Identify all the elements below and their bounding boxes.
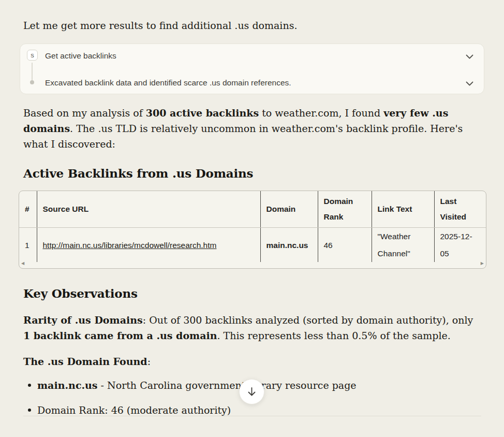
down-arrow-icon: [247, 386, 257, 397]
column-header-link-text: Link Text: [372, 191, 434, 228]
chat-message-area: Let me get more results to find addition…: [0, 0, 504, 418]
chevron-down-icon[interactable]: [466, 52, 473, 62]
column-header-source-url: Source URL: [37, 191, 260, 228]
table-row: 1 http://main.nc.us/libraries/mcdowell/r…: [19, 228, 486, 263]
tool-call-label[interactable]: Get active backlinks: [45, 51, 116, 61]
content-divider: [23, 416, 481, 416]
server-icon: s: [27, 50, 38, 61]
domain-found-label: The .us Domain Found:: [23, 354, 481, 369]
column-header-num: #: [19, 191, 37, 228]
step-bullet-dot: [30, 80, 34, 84]
cell-source-url: http://main.nc.us/libraries/mcdowell/res…: [37, 228, 260, 263]
cell-num: 1: [19, 228, 37, 263]
backlinks-table: # Source URL Domain Domain Rank Link Tex…: [19, 191, 486, 262]
scroll-left-icon[interactable]: ◀: [21, 260, 24, 267]
analysis-paragraph: Based on my analysis of 300 active backl…: [23, 105, 481, 152]
cell-last-visited: 2025-12-05: [434, 228, 486, 263]
cell-domain: main.nc.us: [260, 228, 318, 263]
scroll-to-bottom-button[interactable]: [239, 379, 264, 404]
assistant-intro-text: Let me get more results to find addition…: [23, 19, 481, 32]
scroll-right-icon[interactable]: ▶: [481, 260, 484, 267]
table-horizontal-scrollbar[interactable]: ◀ ▶: [19, 262, 486, 268]
column-header-last-visited: Last Visited: [434, 191, 486, 228]
cell-link-text: "Weather Channel": [372, 228, 434, 263]
cell-domain-rank: 46: [318, 228, 372, 263]
column-header-domain-rank: Domain Rank: [318, 191, 372, 228]
step-connector-line: [32, 63, 33, 80]
backlinks-heading: Active Backlinks from .us Domains: [23, 166, 481, 181]
tool-call-panel: s Get active backlinks Excavated backlin…: [20, 43, 484, 94]
table-header-row: # Source URL Domain Domain Rank Link Tex…: [19, 191, 486, 228]
source-url-link[interactable]: http://main.nc.us/libraries/mcdowell/res…: [43, 241, 217, 250]
observations-heading: Key Observations: [23, 286, 481, 301]
chevron-down-icon[interactable]: [466, 79, 473, 89]
tool-result-label[interactable]: Excavated backlink data and identified s…: [45, 78, 291, 88]
rarity-paragraph: Rarity of .us Domains: Out of 300 backli…: [23, 312, 481, 343]
column-header-domain: Domain: [260, 191, 318, 228]
backlinks-table-container: # Source URL Domain Domain Rank Link Tex…: [19, 191, 486, 269]
